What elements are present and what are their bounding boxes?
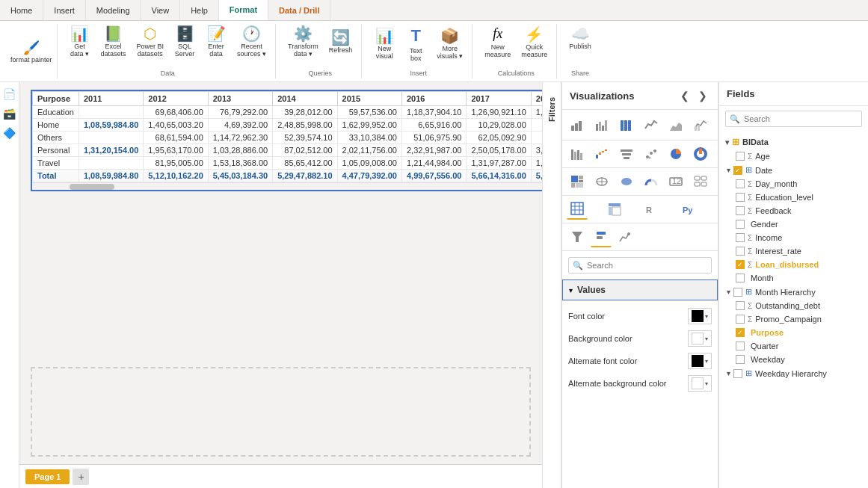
viz-icon-card[interactable]: 123 [665, 171, 686, 192]
field-feedback-checkbox[interactable] [736, 206, 745, 215]
filters-label[interactable]: Filters [547, 97, 556, 122]
fields-search-input[interactable] [725, 111, 862, 127]
viz-icon-pie[interactable] [665, 143, 686, 164]
field-item-day-month[interactable]: Σ Day_month [719, 177, 868, 191]
field-purpose-checkbox[interactable]: ✓ [736, 328, 745, 337]
alt-bg-color-picker[interactable]: ▾ [688, 375, 712, 392]
power-bi-btn[interactable]: ⬡ Power BIdatasets [132, 24, 169, 60]
field-age-checkbox[interactable] [736, 152, 745, 161]
field-item-quarter[interactable]: Quarter [719, 339, 868, 353]
field-item-date[interactable]: ▾ ✓ ⊞ Date [719, 163, 868, 177]
viz-icon-filled-map[interactable] [616, 171, 637, 192]
left-nav-report-icon[interactable]: 📄 [3, 88, 16, 100]
field-item-income[interactable]: Σ Income [719, 231, 868, 244]
transform-data-btn[interactable]: ⚙️ Transformdata ▾ [283, 24, 323, 60]
add-page-btn[interactable]: + [73, 469, 89, 485]
field-item-outstanding-debt[interactable]: Σ Outstanding_debt [719, 299, 868, 312]
format-values-section[interactable]: ▾ Values [562, 279, 718, 300]
viz-filter-icon[interactable] [567, 226, 588, 247]
new-measure-btn[interactable]: fx Newmeasure [480, 24, 515, 61]
viz-search-input[interactable] [568, 257, 712, 274]
viz-icon-100pct-bar[interactable] [616, 114, 637, 135]
viz-icon-stacked-bar[interactable] [567, 114, 588, 135]
field-item-gender[interactable]: Gender [719, 217, 868, 231]
field-item-age[interactable]: Σ Age [719, 149, 868, 163]
viz-icon-matrix[interactable] [604, 199, 625, 220]
field-item-interest-rate[interactable]: Σ Interest_rate [719, 244, 868, 258]
viz-icon-line-clustered[interactable] [690, 114, 711, 135]
viz-icon-map[interactable] [591, 171, 612, 192]
field-education-level-checkbox[interactable] [736, 193, 745, 202]
field-item-month[interactable]: Month [719, 271, 868, 285]
tab-modeling[interactable]: Modeling [86, 0, 141, 20]
field-item-feedback[interactable]: Σ Feedback [719, 204, 868, 217]
viz-icon-table[interactable] [567, 199, 588, 220]
field-outstanding-debt-checkbox[interactable] [736, 301, 745, 310]
viz-icon-r-visual[interactable]: R [641, 199, 662, 220]
viz-icon-grouped-bar[interactable] [591, 114, 612, 135]
viz-icon-multi-card[interactable] [690, 171, 711, 192]
enter-data-btn[interactable]: 📝 Enterdata [201, 24, 231, 60]
alt-font-color-picker[interactable]: ▾ [688, 353, 712, 369]
tab-home[interactable]: Home [0, 0, 43, 20]
field-item-loan-disbursed[interactable]: ✓ Σ Loan_disbursed [719, 258, 868, 271]
field-day-month-checkbox[interactable] [736, 179, 745, 188]
viz-analytics-icon[interactable] [615, 226, 635, 247]
field-gender-checkbox[interactable] [736, 220, 745, 229]
field-loan-disbursed-checkbox[interactable]: ✓ [736, 260, 745, 269]
fields-group-bidata-header[interactable]: ▾ ⊞ BIData [719, 135, 868, 149]
field-month-hierarchy-checkbox[interactable] [733, 288, 742, 297]
scrollbar-thumb[interactable] [70, 184, 114, 190]
viz-icon-donut[interactable] [690, 143, 711, 164]
viz-icon-treemap[interactable] [567, 171, 588, 192]
tab-format[interactable]: Format [219, 0, 268, 20]
refresh-btn[interactable]: 🔄 Refresh [324, 28, 357, 56]
more-visuals-btn[interactable]: 📦 Morevisuals ▾ [432, 26, 467, 62]
quick-measure-btn[interactable]: ⚡ Quickmeasure [517, 25, 552, 61]
excel-btn[interactable]: 📗 Exceldatasets [96, 24, 131, 60]
table-visual[interactable]: Purpose 2011 2012 2013 2014 2015 2016 20… [31, 90, 542, 191]
field-month-checkbox[interactable] [736, 274, 745, 282]
left-nav-model-icon[interactable]: 🔷 [3, 127, 16, 139]
field-interest-rate-checkbox[interactable] [736, 247, 745, 256]
viz-icon-funnel[interactable] [616, 143, 637, 164]
font-color-picker[interactable]: ▾ [688, 308, 712, 324]
viz-icon-waterfall[interactable] [591, 143, 612, 164]
sql-server-btn[interactable]: 🗄️ SQLServer [170, 24, 200, 60]
new-visual-btn[interactable]: 📊 Newvisual [369, 26, 399, 62]
field-item-weekday-hierarchy[interactable]: ▾ ⊞ Weekday Hierarchy [719, 366, 868, 380]
viz-nav-left[interactable]: ❮ [677, 88, 692, 103]
field-item-education-level[interactable]: Σ Education_level [719, 191, 868, 204]
viz-icon-scatter[interactable] [641, 143, 662, 164]
recent-sources-btn[interactable]: 🕐 Recentsources ▾ [233, 24, 271, 60]
viz-format-icon[interactable] [591, 226, 612, 247]
viz-icon-python[interactable]: Py [678, 199, 699, 220]
viz-icon-gauge[interactable] [641, 171, 662, 192]
text-box-btn[interactable]: T Textbox [401, 24, 431, 64]
format-painter-btn[interactable]: 🖌️ format painter [6, 24, 58, 78]
field-income-checkbox[interactable] [736, 233, 745, 242]
page-tab-1[interactable]: Page 1 [25, 469, 70, 484]
tab-help[interactable]: Help [180, 0, 219, 20]
field-date-checkbox[interactable]: ✓ [733, 166, 742, 175]
tab-view[interactable]: View [141, 0, 181, 20]
table-scrollbar-h[interactable] [32, 182, 542, 190]
field-item-month-hierarchy[interactable]: ▾ ⊞ Month Hierarchy [719, 285, 868, 299]
viz-icon-line[interactable] [641, 114, 662, 135]
field-item-purpose[interactable]: ✓ Purpose [719, 326, 868, 339]
viz-icon-area[interactable] [665, 114, 686, 135]
field-weekday-checkbox[interactable] [736, 355, 745, 364]
viz-icon-ribbon[interactable] [567, 143, 588, 164]
field-item-weekday[interactable]: Weekday [719, 353, 868, 366]
field-weekday-hierarchy-checkbox[interactable] [733, 369, 742, 378]
viz-nav-right[interactable]: ❯ [695, 88, 710, 103]
tab-insert[interactable]: Insert [43, 0, 86, 20]
field-item-promo-campaign[interactable]: Σ Promo_Campaign [719, 312, 868, 326]
get-data-btn[interactable]: 📊 Getdata ▾ [65, 24, 95, 60]
publish-btn[interactable]: ☁️ Publish [564, 24, 596, 52]
tab-data-drill[interactable]: Data / Drill [268, 0, 330, 20]
bg-color-picker[interactable]: ▾ [688, 330, 712, 347]
field-quarter-checkbox[interactable] [736, 342, 745, 350]
field-promo-campaign-checkbox[interactable] [736, 315, 745, 324]
left-nav-data-icon[interactable]: 🗃️ [3, 108, 16, 120]
